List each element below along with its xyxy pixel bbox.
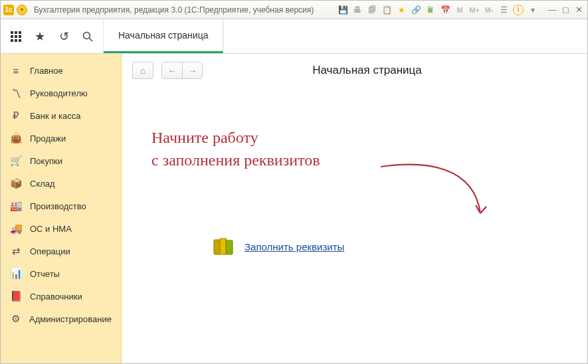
hint-line2: с заполнения реквизитов: [151, 149, 320, 172]
minimize-button[interactable]: —: [546, 5, 558, 15]
sidebar-item-label: Администрирование: [29, 314, 112, 324]
forward-button[interactable]: →: [182, 62, 202, 78]
sidebar-item-label: Покупки: [30, 156, 62, 166]
hint-line1: Начните работу: [151, 127, 320, 149]
sidebar-item-purchases[interactable]: 🛒Покупки: [1, 149, 121, 172]
window-title: Бухгалтерия предприятия, редакция 3.0 (1…: [34, 5, 314, 15]
svg-rect-4: [15, 35, 17, 38]
svg-rect-2: [19, 31, 21, 34]
sidebar-item-main[interactable]: ≡Главное: [1, 59, 121, 82]
sidebar-item-sales[interactable]: 👜Продажи: [1, 127, 121, 149]
favorites-button[interactable]: ★: [29, 22, 51, 51]
doc-icon[interactable]: 🗐: [367, 5, 377, 15]
bars-icon: 📊: [10, 268, 22, 280]
sidebar-item-label: ОС и НМА: [30, 224, 72, 234]
svg-rect-3: [11, 35, 13, 38]
sidebar-item-label: Справочники: [30, 292, 82, 302]
svg-point-9: [84, 32, 90, 39]
sidebar-item-label: Банк и касса: [30, 111, 81, 121]
home-icon: ⌂: [140, 66, 146, 76]
hint-text: Начните работу с заполнения реквизитов: [151, 127, 320, 171]
sidebar-item-reports[interactable]: 📊Отчеты: [1, 262, 121, 285]
app-menu-dropdown[interactable]: ▾: [17, 5, 27, 15]
history-icon: ↺: [59, 29, 69, 44]
list-icon[interactable]: ☰: [498, 5, 509, 15]
sidebar-item-label: Руководителю: [30, 88, 88, 98]
svg-rect-13: [226, 240, 233, 254]
book-icon: 📕: [10, 290, 22, 302]
sidebar-item-admin[interactable]: ⚙Администрирование: [1, 308, 121, 330]
save-icon[interactable]: 💾: [338, 5, 348, 15]
search-icon: [82, 31, 93, 42]
svg-rect-5: [19, 35, 21, 38]
search-button[interactable]: [76, 22, 99, 51]
info-drop-icon[interactable]: ▾: [528, 5, 538, 15]
copy-icon[interactable]: 📋: [381, 5, 392, 15]
svg-line-10: [90, 38, 93, 41]
sidebar-item-label: Отчеты: [30, 269, 60, 279]
apps-button[interactable]: [5, 22, 27, 51]
favorite-icon[interactable]: ★: [396, 5, 407, 15]
box-icon: 📦: [10, 177, 22, 189]
gear-icon: ⚙: [10, 313, 21, 325]
arrow-right-icon: →: [188, 66, 197, 76]
chart-icon: 〽: [10, 87, 22, 99]
app-logo-icon: 1c: [3, 5, 14, 15]
factory-icon: 🏭: [10, 200, 22, 212]
page-title: Начальная страница: [211, 64, 524, 77]
link-icon[interactable]: 🔗: [411, 5, 421, 15]
sidebar-item-operations[interactable]: ⇄Операции: [1, 240, 121, 262]
hint-arrow-icon: [374, 153, 507, 233]
home-button[interactable]: ⌂: [132, 62, 153, 79]
print-icon[interactable]: 🖶: [352, 5, 363, 15]
tab-label: Начальная страница: [118, 30, 208, 41]
memory-mminus-button[interactable]: M-: [484, 5, 494, 15]
title-bar: 1c ▾ Бухгалтерия предприятия, редакция 3…: [1, 1, 587, 19]
fill-details-link[interactable]: Заполнить реквизиты: [245, 241, 344, 252]
calendar-icon[interactable]: 📅: [440, 5, 450, 15]
sidebar-item-label: Главное: [30, 66, 63, 76]
sidebar-item-production[interactable]: 🏭Производство: [1, 195, 121, 217]
calculator-icon[interactable]: 🖩: [425, 5, 436, 15]
history-button[interactable]: ↺: [52, 22, 75, 51]
svg-rect-8: [19, 39, 21, 42]
svg-rect-0: [11, 31, 13, 34]
sidebar-item-assets[interactable]: 🚚ОС и НМА: [1, 217, 121, 240]
memory-m-button[interactable]: M: [454, 5, 465, 15]
maximize-button[interactable]: ◻: [559, 5, 571, 15]
menu-icon: ≡: [10, 64, 22, 76]
back-button[interactable]: ←: [162, 62, 182, 78]
sidebar-item-label: Производство: [30, 201, 86, 211]
svg-rect-6: [11, 39, 13, 42]
close-button[interactable]: ✕: [573, 5, 585, 15]
sidebar-item-label: Операции: [30, 246, 70, 256]
grid-icon: [10, 31, 22, 43]
main-toolbar: ★ ↺ Начальная страница: [1, 19, 587, 54]
folders-icon: [211, 234, 235, 258]
fill-details-action[interactable]: Заполнить реквизиты: [211, 234, 344, 258]
sidebar-item-bank[interactable]: ₽Банк и касса: [1, 104, 121, 127]
operations-icon: ⇄: [10, 245, 22, 257]
tab-start-page[interactable]: Начальная страница: [104, 19, 223, 53]
svg-rect-7: [15, 39, 17, 42]
sidebar-item-label: Продажи: [30, 134, 66, 143]
sidebar-item-label: Склад: [30, 179, 55, 189]
arrow-left-icon: ←: [168, 66, 177, 76]
bag-icon: 👜: [10, 132, 22, 144]
sidebar-item-directories[interactable]: 📕Справочники: [1, 285, 121, 308]
sidebar-item-manager[interactable]: 〽Руководителю: [1, 82, 121, 104]
truck-icon: 🚚: [10, 223, 22, 234]
sidebar: ≡Главное 〽Руководителю ₽Банк и касса 👜Пр…: [1, 54, 122, 363]
cart-icon: 🛒: [10, 155, 22, 167]
star-icon: ★: [35, 29, 45, 44]
content-area: ⌂ ← → Начальная страница Начните работу …: [122, 54, 587, 363]
ruble-icon: ₽: [10, 110, 22, 122]
info-icon[interactable]: i: [513, 5, 524, 15]
memory-mplus-button[interactable]: M+: [469, 5, 480, 15]
svg-rect-1: [15, 31, 17, 34]
sidebar-item-warehouse[interactable]: 📦Склад: [1, 172, 121, 195]
